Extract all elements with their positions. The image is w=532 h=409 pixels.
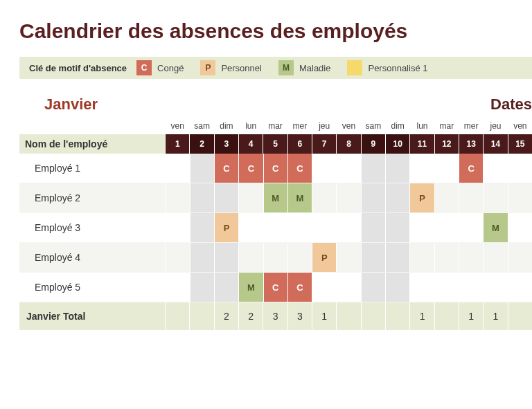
day-cell	[214, 243, 238, 272]
day-cell: M	[263, 183, 287, 212]
total-cell	[385, 302, 409, 330]
day-cell	[263, 213, 287, 242]
day-cell	[385, 273, 409, 302]
dow-cell: ven	[336, 118, 360, 134]
dow-cell: ven	[508, 118, 532, 134]
dow-cell: jeu	[483, 118, 507, 134]
day-cell: C	[459, 154, 483, 183]
employee-name: Employé 2	[19, 183, 165, 212]
daynum-cell: 2	[189, 134, 213, 154]
day-cell: C	[263, 154, 287, 183]
day-cell: C	[214, 154, 238, 183]
day-cell	[190, 273, 214, 302]
total-cell: 2	[238, 302, 263, 330]
daynum-cell: 9	[361, 134, 385, 154]
dow-spacer	[19, 118, 165, 134]
dow-cell: mer	[459, 118, 483, 134]
legend-label: Congé	[157, 63, 184, 73]
employee-name: Employé 4	[19, 243, 165, 272]
total-cell	[508, 302, 532, 330]
day-cell: C	[263, 273, 287, 302]
dow-cell: lun	[238, 118, 263, 134]
employee-name: Employé 1	[19, 154, 165, 183]
day-cell	[361, 154, 385, 183]
legend-item: Personnalisé 1	[347, 60, 427, 75]
legend-item: PPersonnel	[200, 60, 262, 75]
daynum-cell: 4	[238, 134, 263, 154]
day-cell	[508, 273, 532, 302]
total-cell: 1	[409, 302, 434, 330]
employee-row: Employé 3PM	[19, 213, 532, 243]
legend-bar: Clé de motif d'absence CCongéPPersonnelM…	[19, 57, 532, 79]
daynum-cell: 10	[385, 134, 409, 154]
day-cell	[287, 243, 312, 272]
day-cell	[434, 183, 459, 212]
day-cell	[238, 213, 263, 242]
day-cell: M	[238, 273, 263, 302]
day-cell	[483, 183, 507, 212]
daynum-cell: 3	[214, 134, 238, 154]
total-cell: 1	[312, 302, 336, 330]
employee-row: Employé 5MCC	[19, 273, 532, 302]
employee-row: Employé 4P	[19, 243, 532, 273]
day-cell	[312, 213, 336, 242]
day-cell	[508, 183, 532, 212]
day-cell	[459, 243, 483, 272]
daynum-cell: 11	[409, 134, 434, 154]
day-cell	[508, 213, 532, 242]
legend-code: P	[200, 60, 215, 75]
day-cell	[312, 273, 336, 302]
page-title: Calendrier des absences des employés	[19, 19, 532, 43]
dow-cell: jeu	[312, 118, 336, 134]
day-cell	[312, 183, 336, 212]
total-cell: 1	[483, 302, 507, 330]
employee-row: Employé 2MMP	[19, 183, 532, 213]
daynum-cell: 13	[459, 134, 483, 154]
legend-label: Personnalisé 1	[368, 63, 427, 73]
legend-code: M	[278, 60, 294, 75]
day-cell	[336, 154, 360, 183]
legend-title: Clé de motif d'absence	[19, 63, 136, 73]
employee-row: Employé 1CCCCC	[19, 154, 532, 183]
day-cell: C	[287, 273, 312, 302]
day-cell	[508, 154, 532, 183]
total-cell	[361, 302, 385, 330]
day-cell	[434, 154, 459, 183]
legend-code	[347, 60, 362, 75]
daynum-row: Nom de l'employé123456789101112131415	[19, 134, 532, 154]
total-row: Janvier Total22331111	[19, 302, 532, 330]
day-cell	[409, 213, 434, 242]
daynum-cell: 6	[287, 134, 312, 154]
legend-label: Maladie	[299, 63, 331, 73]
day-cell	[361, 273, 385, 302]
total-cell: 2	[214, 302, 238, 330]
total-cell	[434, 302, 459, 330]
dates-label: Dates	[168, 96, 532, 113]
day-cell	[385, 243, 409, 272]
day-cell	[409, 243, 434, 272]
daynum-cell: 8	[336, 134, 360, 154]
day-cell	[263, 243, 287, 272]
day-cell	[336, 243, 360, 272]
total-cell: 1	[459, 302, 483, 330]
day-cell: M	[287, 183, 312, 212]
day-cell	[238, 183, 263, 212]
day-cell: M	[483, 213, 507, 242]
day-cell	[483, 273, 507, 302]
day-cell	[459, 213, 483, 242]
total-cell: 3	[263, 302, 287, 330]
day-cell	[361, 243, 385, 272]
day-cell	[385, 183, 409, 212]
day-cell	[165, 183, 189, 212]
day-cell	[434, 243, 459, 272]
total-cell	[336, 302, 360, 330]
day-cell	[190, 183, 214, 212]
dow-cell: mer	[287, 118, 312, 134]
dow-cell: dim	[385, 118, 409, 134]
day-cell	[459, 273, 483, 302]
dow-cell: sam	[361, 118, 385, 134]
day-cell	[287, 213, 312, 242]
day-cell	[165, 273, 189, 302]
day-cell	[336, 213, 360, 242]
day-cell	[214, 183, 238, 212]
